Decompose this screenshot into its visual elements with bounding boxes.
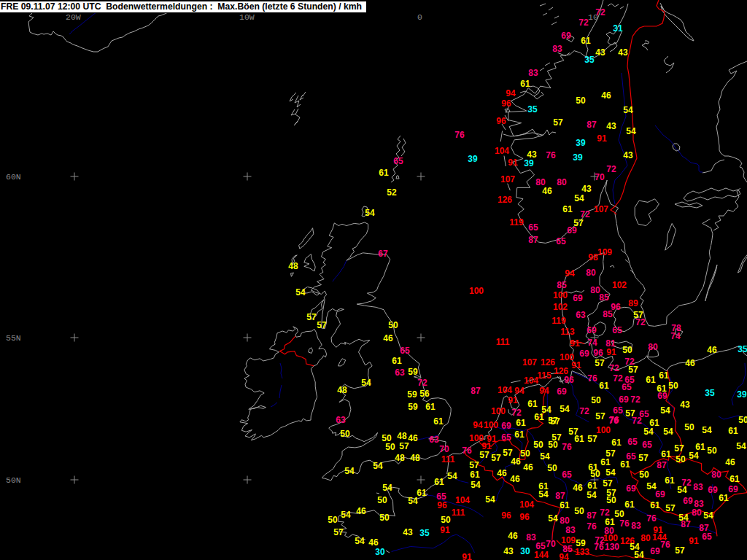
svg-text:54: 54 <box>677 485 687 495</box>
svg-text:50: 50 <box>548 440 558 450</box>
svg-text:50: 50 <box>388 320 398 330</box>
svg-text:87: 87 <box>528 235 538 245</box>
svg-text:61: 61 <box>729 474 740 484</box>
svg-text:61: 61 <box>650 500 660 510</box>
svg-text:87: 87 <box>681 519 691 529</box>
svg-text:57: 57 <box>628 365 638 375</box>
svg-text:54: 54 <box>587 490 597 500</box>
svg-text:43: 43 <box>595 47 605 58</box>
svg-text:57: 57 <box>491 453 501 463</box>
svg-text:61: 61 <box>624 499 635 510</box>
svg-text:54: 54 <box>560 404 570 414</box>
svg-text:102: 102 <box>612 280 627 290</box>
svg-text:72: 72 <box>579 406 589 416</box>
svg-text:54: 54 <box>736 441 746 451</box>
svg-text:61: 61 <box>425 402 436 412</box>
svg-text:57: 57 <box>674 443 684 454</box>
svg-text:65: 65 <box>562 470 572 480</box>
svg-text:46: 46 <box>511 456 521 467</box>
svg-text:43: 43 <box>606 121 616 131</box>
svg-text:61: 61 <box>560 500 570 510</box>
svg-text:61: 61 <box>600 457 611 467</box>
svg-text:100: 100 <box>596 425 611 435</box>
svg-text:80: 80 <box>692 508 702 518</box>
svg-text:69: 69 <box>573 293 583 303</box>
svg-text:61: 61 <box>379 168 389 178</box>
svg-text:70: 70 <box>546 539 556 549</box>
svg-text:54: 54 <box>634 550 644 560</box>
svg-text:56: 56 <box>419 389 430 399</box>
svg-text:50: 50 <box>591 395 601 405</box>
svg-text:46: 46 <box>356 506 366 516</box>
svg-text:57: 57 <box>638 453 649 463</box>
svg-text:54: 54 <box>703 510 713 521</box>
svg-text:61: 61 <box>534 412 544 422</box>
svg-text:80: 80 <box>640 533 651 543</box>
svg-text:111: 111 <box>496 337 510 347</box>
svg-text:61: 61 <box>620 459 630 470</box>
svg-text:57: 57 <box>553 117 563 128</box>
svg-text:96: 96 <box>519 512 530 522</box>
svg-text:76: 76 <box>462 446 472 456</box>
svg-text:46: 46 <box>725 457 735 467</box>
svg-text:69: 69 <box>728 484 738 494</box>
svg-text:50: 50 <box>574 506 584 516</box>
svg-text:144: 144 <box>534 550 549 560</box>
svg-text:96: 96 <box>593 348 603 358</box>
svg-text:119: 119 <box>509 217 524 228</box>
svg-text:0: 0 <box>417 12 422 22</box>
svg-text:76: 76 <box>660 540 670 550</box>
svg-text:83: 83 <box>693 482 703 492</box>
svg-text:76: 76 <box>587 373 597 384</box>
svg-text:61: 61 <box>599 381 609 391</box>
svg-text:57: 57 <box>595 411 605 421</box>
svg-text:50: 50 <box>576 96 586 106</box>
svg-text:50: 50 <box>676 454 686 464</box>
svg-text:57: 57 <box>399 441 409 451</box>
svg-text:54: 54 <box>373 461 383 471</box>
svg-text:91: 91 <box>606 347 616 357</box>
svg-text:50: 50 <box>614 509 624 519</box>
svg-text:46: 46 <box>707 345 717 355</box>
svg-text:59: 59 <box>408 367 418 377</box>
svg-text:94: 94 <box>559 552 569 560</box>
svg-text:96: 96 <box>501 510 511 521</box>
svg-text:80: 80 <box>711 470 721 480</box>
svg-text:35: 35 <box>738 344 747 354</box>
svg-text:46: 46 <box>523 462 533 472</box>
svg-text:50: 50 <box>547 463 557 473</box>
svg-text:65: 65 <box>393 156 403 166</box>
svg-text:87: 87 <box>587 510 597 521</box>
svg-text:76: 76 <box>562 442 572 452</box>
svg-text:31: 31 <box>613 23 623 34</box>
svg-text:61: 61 <box>581 36 591 46</box>
svg-text:61: 61 <box>417 488 427 498</box>
svg-text:50: 50 <box>533 440 543 450</box>
svg-text:109: 109 <box>597 247 612 257</box>
svg-text:46: 46 <box>497 468 507 478</box>
svg-text:54: 54 <box>408 496 418 506</box>
svg-text:46: 46 <box>685 358 695 368</box>
svg-text:91: 91 <box>689 536 699 546</box>
svg-text:69: 69 <box>626 483 636 494</box>
svg-text:80: 80 <box>560 516 570 526</box>
svg-text:65: 65 <box>622 382 632 392</box>
svg-text:54: 54 <box>689 451 699 461</box>
svg-text:126: 126 <box>498 195 512 205</box>
svg-text:69: 69 <box>708 485 718 495</box>
svg-text:50: 50 <box>639 470 649 480</box>
svg-text:65: 65 <box>400 346 410 356</box>
svg-text:54: 54 <box>540 451 550 462</box>
svg-text:94: 94 <box>473 420 483 430</box>
svg-text:87: 87 <box>555 491 565 501</box>
svg-text:50: 50 <box>668 381 678 391</box>
svg-text:72: 72 <box>511 408 522 418</box>
svg-text:85: 85 <box>599 292 609 303</box>
svg-text:50: 50 <box>385 442 395 452</box>
svg-text:133: 133 <box>575 547 589 557</box>
svg-text:69: 69 <box>683 496 693 506</box>
svg-text:50: 50 <box>684 422 694 432</box>
svg-text:50: 50 <box>707 446 717 456</box>
svg-text:107: 107 <box>522 357 537 368</box>
svg-text:59: 59 <box>408 402 418 412</box>
